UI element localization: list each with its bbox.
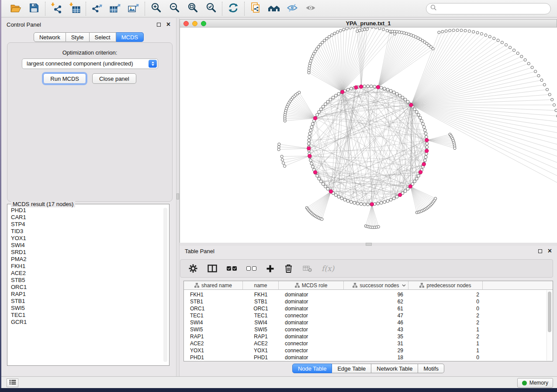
first-neighbors-button[interactable]	[266, 2, 281, 15]
export-table-button[interactable]	[108, 2, 123, 15]
tab-motifs[interactable]: Motifs	[418, 364, 444, 373]
import-table-button[interactable]	[67, 2, 82, 15]
table-cell: SWI5	[243, 326, 279, 333]
mcds-result-item[interactable]: STB1	[11, 298, 161, 305]
table-row[interactable]: SWI4SWI4dominator462	[184, 319, 547, 326]
table-cell: dominator	[279, 305, 344, 312]
export-network-button[interactable]	[90, 2, 104, 15]
select-all-button[interactable]	[227, 266, 237, 271]
zoom-out-button[interactable]	[167, 2, 182, 15]
open-file-button[interactable]	[8, 2, 23, 15]
mcds-result-item[interactable]: TEC1	[11, 312, 161, 319]
column-header-mcds-role[interactable]: MCDS role	[279, 281, 344, 289]
refresh-layout-button[interactable]	[226, 2, 241, 15]
close-table-panel-button[interactable]: ×	[548, 249, 552, 253]
table-cell: 1	[408, 326, 483, 333]
tab-style[interactable]: Style	[66, 32, 90, 42]
splitter-handle[interactable]	[366, 243, 372, 246]
mcds-result-item[interactable]: YOX1	[11, 235, 161, 242]
tab-network[interactable]: Network	[34, 32, 66, 42]
table-row[interactable]: FKH1FKH1dominator962	[184, 291, 547, 298]
delete-table-button[interactable]	[303, 265, 312, 272]
mcds-result-item[interactable]: FKH1	[11, 263, 161, 270]
function-builder-button[interactable]: f(x)	[322, 264, 334, 273]
export-image-button[interactable]	[126, 2, 141, 15]
table-row[interactable]: STB1STB1dominator620	[184, 298, 547, 305]
tab-node-table[interactable]: Node Table	[292, 364, 332, 373]
save-session-button[interactable]	[27, 2, 42, 15]
float-table-panel-button[interactable]	[538, 249, 542, 253]
tab-select[interactable]: Select	[90, 32, 116, 42]
panel-list-icon	[9, 379, 16, 387]
network-canvas[interactable]	[180, 28, 557, 243]
network-graph[interactable]	[180, 28, 557, 243]
settings-gear-button[interactable]	[188, 264, 198, 273]
table-row[interactable]: SWI5SWI5connector431	[184, 326, 547, 333]
import-network-button[interactable]	[49, 2, 64, 15]
optimization-criterion-select[interactable]: largest connected component (undirected)	[22, 58, 158, 69]
table-row[interactable]: ACE2ACE2connector311	[184, 340, 547, 347]
memory-button[interactable]: Memory	[517, 378, 553, 388]
mcds-result-item[interactable]: ACE2	[11, 270, 161, 277]
network-window-titlebar[interactable]: YPA_prune.txt_1	[180, 19, 557, 28]
tab-network-table[interactable]: Network Table	[371, 364, 418, 373]
zoom-fit-button[interactable]	[185, 2, 200, 15]
close-panel-button[interactable]: Close panel	[92, 73, 136, 84]
table-cell: ACE2	[184, 340, 243, 347]
memory-label: Memory	[529, 380, 548, 386]
column-header-successor-nodes[interactable]: successor nodes	[344, 281, 408, 289]
table-cell: RAP1	[243, 333, 279, 340]
table-cell: dominator	[279, 354, 344, 361]
mcds-result-item[interactable]: SWI5	[11, 305, 161, 312]
deselect-all-button[interactable]	[246, 266, 256, 271]
duplicate-network-icon	[250, 2, 261, 15]
close-panel-icon-button[interactable]: ×	[166, 22, 170, 27]
column-header-predecessor-nodes[interactable]: predecessor nodes	[408, 281, 483, 289]
horizontal-splitter[interactable]	[180, 243, 557, 246]
tab-edge-table[interactable]: Edge Table	[332, 364, 371, 373]
table-row[interactable]: RAP1RAP1dominator352	[184, 333, 547, 340]
zoom-in-button[interactable]	[149, 2, 163, 15]
show-all-button[interactable]	[303, 2, 318, 15]
tab-mcds[interactable]: MCDS	[116, 32, 144, 42]
table-cell: RAP1	[184, 333, 243, 340]
search-input[interactable]	[439, 5, 547, 12]
export-network-icon	[91, 2, 103, 15]
delete-column-button[interactable]	[284, 264, 293, 273]
run-mcds-button[interactable]: Run MCDS	[43, 73, 86, 84]
show-panels-button[interactable]	[7, 378, 18, 387]
table-cell: 2	[408, 291, 483, 298]
mcds-result-item[interactable]: RAP1	[11, 291, 161, 298]
mcds-result-item[interactable]: PHD1	[11, 207, 161, 214]
column-header-shared-name[interactable]: shared name	[184, 281, 243, 289]
hide-selected-button[interactable]	[285, 2, 300, 15]
table-row[interactable]: TEC1TEC1connector472	[184, 312, 547, 319]
mcds-result-item[interactable]: SWI4	[11, 242, 161, 249]
mcds-list-scrollbar[interactable]	[163, 208, 167, 362]
mcds-result-item[interactable]: STP4	[11, 221, 161, 228]
table-row[interactable]: YOX1YOX1connector291	[184, 347, 547, 354]
mcds-result-item[interactable]: PMA2	[11, 256, 161, 263]
mcds-result-item[interactable]: GCR1	[11, 319, 161, 326]
duplicate-network-button[interactable]	[248, 2, 263, 15]
column-header-name[interactable]: name	[243, 281, 279, 289]
mcds-result-item[interactable]: SRD1	[11, 249, 161, 256]
mcds-result-item[interactable]: ORC1	[11, 284, 161, 291]
scrollbar-thumb[interactable]	[548, 292, 551, 332]
mcds-result-item[interactable]: TID3	[11, 228, 161, 235]
vertical-splitter[interactable]	[176, 18, 180, 376]
mcds-result-item[interactable]: STB5	[11, 277, 161, 284]
table-body[interactable]: FKH1FKH1dominator962STB1STB1dominator620…	[184, 290, 547, 361]
float-panel-button[interactable]	[157, 23, 161, 27]
zoom-selected-button[interactable]	[204, 2, 218, 15]
table-cell: STB1	[243, 298, 279, 305]
table-row[interactable]: PHD1PHD1dominator180	[184, 354, 547, 361]
table-row[interactable]: ORC1ORC1dominator610	[184, 305, 547, 312]
search-box[interactable]	[426, 3, 551, 14]
split-view-button[interactable]	[208, 265, 217, 272]
add-column-button[interactable]	[266, 265, 274, 273]
splitter-handle[interactable]	[176, 193, 179, 199]
mcds-result-list[interactable]: PHD1CAR1STP4TID3YOX1SWI4SRD1PMA2FKH1ACE2…	[7, 207, 161, 364]
table-scrollbar[interactable]	[547, 290, 552, 361]
mcds-result-item[interactable]: CAR1	[11, 214, 161, 221]
